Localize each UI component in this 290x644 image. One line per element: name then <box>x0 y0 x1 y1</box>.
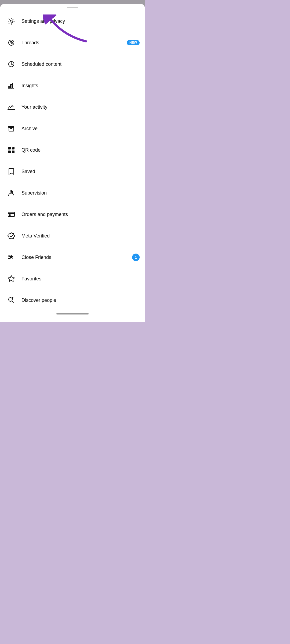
menu-label-scheduled: Scheduled content <box>21 61 140 67</box>
menu-label-saved: Saved <box>21 169 140 174</box>
card-svg <box>8 211 15 218</box>
menu-label-activity: Your activity <box>21 104 140 110</box>
menu-label-metaverified: Meta Verified <box>21 233 140 239</box>
menu-list: Settings and privacy Threads NEW Schedul… <box>0 10 145 311</box>
menu-item-qrcode[interactable]: QR code <box>3 139 142 161</box>
svg-rect-38 <box>9 215 10 215</box>
sheet-handle <box>67 7 78 8</box>
svg-line-45 <box>12 301 13 302</box>
star-icon <box>5 273 17 285</box>
menu-label-favorites: Favorites <box>21 276 140 282</box>
menu-label-orders: Orders and payments <box>21 212 140 217</box>
menu-item-saved[interactable]: Saved <box>3 161 142 182</box>
svg-rect-33 <box>13 152 14 153</box>
svg-rect-23 <box>8 109 15 110</box>
threads-icon <box>5 37 17 49</box>
menu-item-supervision[interactable]: Supervision <box>3 182 142 204</box>
bookmark-icon <box>5 166 17 177</box>
home-bar <box>56 313 89 314</box>
svg-marker-43 <box>8 276 15 281</box>
menu-item-archive[interactable]: Archive <box>3 118 142 139</box>
menu-item-closefriends[interactable]: Close Friends 1 <box>3 247 142 268</box>
qr-icon <box>5 144 17 156</box>
menu-item-settings[interactable]: Settings and privacy <box>3 10 142 32</box>
menu-label-supervision: Supervision <box>21 190 140 196</box>
svg-rect-30 <box>12 151 13 152</box>
menu-label-qrcode: QR code <box>21 147 140 153</box>
svg-rect-25 <box>9 148 10 149</box>
menu-label-settings: Settings and privacy <box>21 19 140 24</box>
activity-svg <box>8 103 15 111</box>
bar-chart-icon <box>5 80 17 92</box>
close-friends-svg <box>8 254 15 261</box>
settings-icon <box>5 15 17 27</box>
menu-label-discover: Discover people <box>21 298 140 303</box>
archive-icon <box>5 123 17 134</box>
svg-rect-20 <box>8 86 10 88</box>
menu-label-insights: Insights <box>21 83 140 89</box>
bar-chart-svg <box>8 82 15 89</box>
supervision-icon <box>5 187 17 199</box>
menu-item-discover[interactable]: Discover people <box>3 290 142 311</box>
menu-label-threads: Threads <box>21 40 127 46</box>
menu-item-threads[interactable]: Threads NEW <box>3 32 142 53</box>
discover-svg <box>8 297 15 304</box>
svg-rect-31 <box>13 151 14 152</box>
badge-new-threads: NEW <box>127 40 140 45</box>
svg-rect-22 <box>13 83 14 88</box>
menu-item-scheduled[interactable]: Scheduled content <box>3 53 142 75</box>
card-icon <box>5 208 17 220</box>
verified-icon <box>5 230 17 242</box>
close-friends-icon <box>5 251 17 263</box>
svg-point-35 <box>11 191 12 192</box>
discover-icon <box>5 294 17 306</box>
menu-label-closefriends: Close Friends <box>21 255 132 260</box>
sheet-handle-container <box>0 4 145 10</box>
bottom-sheet: Settings and privacy Threads NEW Schedul… <box>0 4 145 322</box>
bookmark-svg <box>8 168 15 175</box>
svg-rect-27 <box>13 148 14 149</box>
qr-svg <box>8 146 15 154</box>
svg-point-17 <box>10 20 12 22</box>
menu-item-insights[interactable]: Insights <box>3 75 142 96</box>
home-indicator <box>0 311 145 316</box>
menu-item-favorites[interactable]: Favorites <box>3 268 142 290</box>
settings-svg <box>8 17 15 25</box>
activity-icon <box>5 101 17 113</box>
verified-svg <box>8 232 15 240</box>
clock-svg <box>8 60 15 68</box>
clock-icon <box>5 58 17 70</box>
menu-item-metaverified[interactable]: Meta Verified <box>3 225 142 247</box>
svg-rect-36 <box>8 212 15 217</box>
supervision-svg <box>8 189 15 197</box>
threads-svg <box>8 39 15 46</box>
svg-rect-21 <box>10 85 12 88</box>
menu-label-archive: Archive <box>21 126 140 131</box>
star-svg <box>8 275 15 283</box>
menu-item-activity[interactable]: Your activity <box>3 96 142 118</box>
svg-rect-29 <box>9 151 10 152</box>
archive-svg <box>8 125 15 132</box>
svg-rect-32 <box>12 152 13 153</box>
menu-item-orders[interactable]: Orders and payments <box>3 204 142 225</box>
badge-count-closefriends: 1 <box>132 254 140 261</box>
